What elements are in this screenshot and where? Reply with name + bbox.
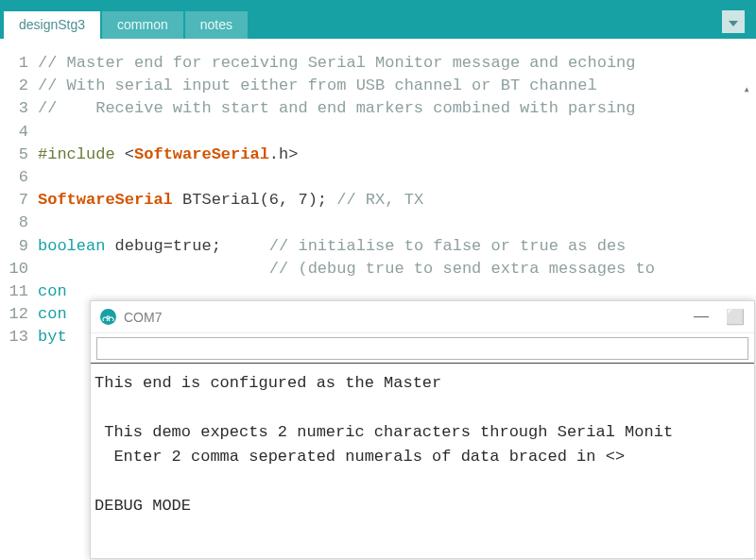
code-line[interactable] [38,121,756,144]
line-number: 1 [0,52,28,75]
scroll-up-icon[interactable]: ▴ [739,81,754,96]
code-line[interactable]: // Receive with start and end markers co… [38,97,756,120]
serial-input[interactable] [96,337,748,360]
tab-designstg3[interactable]: designStg3 [4,11,100,39]
code-line[interactable]: #include <SoftwareSerial.h> [38,144,756,166]
line-number-gutter: 12345678910111213 [0,39,34,560]
window-controls: — ⬜ [694,308,745,326]
tab-menu-dropdown[interactable] [722,10,745,33]
serial-output[interactable]: This end is configured as the Master Thi… [91,363,754,558]
code-line[interactable] [38,166,756,189]
tab-notes[interactable]: notes [185,11,248,39]
serial-monitor-window: COM7 — ⬜ This end is configured as the M… [90,300,755,559]
tab-label: common [117,17,168,32]
code-line[interactable]: SoftwareSerial BTSerial(6, 7); // RX, TX [38,189,756,212]
code-line[interactable]: // (debug true to send extra messages to [38,258,756,280]
serial-monitor-titlebar[interactable]: COM7 — ⬜ [91,301,754,333]
code-line[interactable]: // Master end for receiving Serial Monit… [38,52,756,75]
arduino-logo-icon [100,309,116,325]
code-line[interactable]: // With serial input either from USB cha… [38,75,756,97]
line-number: 8 [0,212,28,234]
maximize-button[interactable]: ⬜ [726,308,745,326]
line-number: 11 [0,280,28,303]
tab-common[interactable]: common [102,11,183,39]
line-number: 5 [0,144,28,166]
line-number: 13 [0,326,28,348]
code-line[interactable]: boolean debug=true; // initialise to fal… [38,235,756,258]
line-number: 10 [0,258,28,280]
line-number: 4 [0,121,28,144]
line-number: 6 [0,166,28,189]
tab-label: notes [200,17,232,32]
line-number: 7 [0,189,28,212]
tab-bar: designStg3 common notes [0,0,756,39]
serial-input-row [91,333,754,363]
line-number: 2 [0,75,28,97]
line-number: 12 [0,303,28,326]
code-line[interactable] [38,212,756,234]
tab-label: designStg3 [19,17,85,32]
line-number: 9 [0,235,28,258]
minimize-button[interactable]: — [694,308,709,326]
chevron-down-icon [729,13,738,31]
serial-monitor-title: COM7 [124,310,694,325]
line-number: 3 [0,97,28,120]
